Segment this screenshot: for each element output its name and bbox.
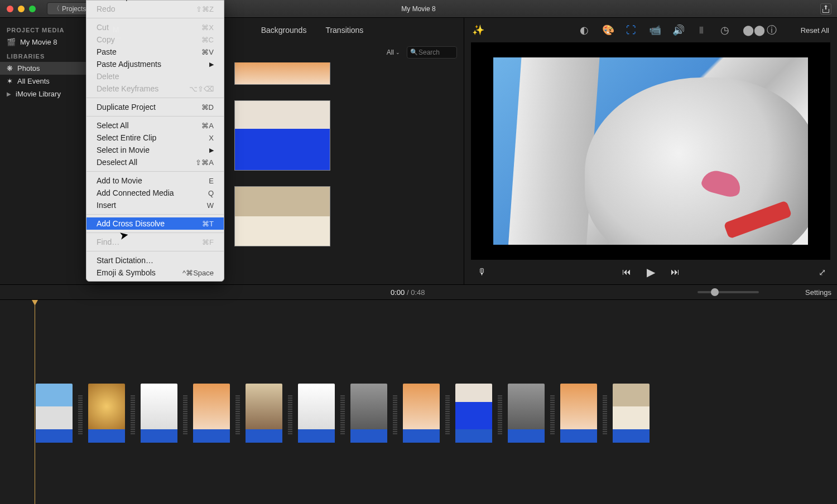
menu-item[interactable]: Deselect All⇧⌘A <box>86 156 224 168</box>
media-thumbnail[interactable] <box>234 62 330 85</box>
menu-item: Copy⌘C <box>86 33 224 46</box>
menu-item[interactable]: Start Dictation… <box>86 254 224 266</box>
timeline-settings-button[interactable]: Settings <box>805 288 831 297</box>
timeline-clip[interactable] <box>455 384 492 443</box>
info-icon[interactable]: ⓘ <box>766 23 777 37</box>
menu-item[interactable]: Emoji & Symbols^⌘Space <box>86 266 224 279</box>
menu-item: Cut⌘X <box>86 21 224 33</box>
menu-item[interactable]: Add Connected MediaQ <box>86 187 224 199</box>
menu-item: Redo⇧⌘Z <box>86 3 224 15</box>
menu-item: Find…⌘F <box>86 236 224 248</box>
timeline-clip[interactable] <box>403 384 440 443</box>
tab-transitions[interactable]: Transitions <box>324 22 364 38</box>
transition-gap[interactable] <box>131 395 135 434</box>
preview-viewer[interactable] <box>471 42 830 260</box>
timeline-clip[interactable] <box>613 384 650 443</box>
transition-gap[interactable] <box>288 395 292 434</box>
flower-icon: ❋ <box>7 64 13 72</box>
zoom-slider-knob[interactable] <box>711 288 719 296</box>
crop-icon[interactable]: ⛶ <box>626 25 637 36</box>
filter-all-dropdown[interactable]: All⌄ <box>387 49 400 56</box>
prev-clip-button[interactable]: ⏮ <box>622 267 631 277</box>
chevron-down-icon: ⌄ <box>396 50 400 55</box>
timeline[interactable] <box>0 300 837 504</box>
transition-gap[interactable] <box>498 395 502 434</box>
menu-item[interactable]: Add Cross Dissolve⌘T <box>86 217 224 230</box>
menu-item[interactable]: Select Entire ClipX <box>86 132 224 144</box>
disclosure-triangle-icon[interactable]: ▶ <box>7 91 11 97</box>
timeline-clip[interactable] <box>298 384 335 443</box>
sidebar-item-imovie-library[interactable]: ▶ iMovie Library <box>0 88 100 100</box>
back-button-label: Projects <box>62 5 86 13</box>
timeline-clip[interactable] <box>88 384 125 443</box>
sidebar-item-label: Photos <box>17 64 40 72</box>
sidebar-item-label: All Events <box>17 77 50 85</box>
transition-gap[interactable] <box>445 395 450 434</box>
zoom-slider[interactable] <box>698 291 759 293</box>
time-display: 0:00 / 0:48 <box>391 288 425 297</box>
transition-gap[interactable] <box>603 395 607 434</box>
tab-backgrounds[interactable]: Backgrounds <box>260 22 308 38</box>
libraries-header: LIBRARIES <box>0 49 100 62</box>
noise-reduction-icon[interactable]: ⫴ <box>696 25 707 36</box>
voiceover-icon[interactable]: 🎙 <box>478 267 487 277</box>
menu-item[interactable]: Add to MovieE <box>86 175 224 187</box>
transition-gap[interactable] <box>393 395 397 434</box>
timeline-clips <box>0 384 837 443</box>
timeline-clip[interactable] <box>141 384 177 443</box>
volume-icon[interactable]: 🔊 <box>672 24 684 36</box>
sidebar-project-item[interactable]: 🎬 My Movie 8 <box>0 36 100 49</box>
minimize-window-button[interactable] <box>18 6 25 12</box>
reset-all-button[interactable]: Reset All <box>801 26 829 35</box>
timeline-clip[interactable] <box>350 384 387 443</box>
timeline-clip[interactable] <box>508 384 545 443</box>
sidebar-item-label: My Movie 8 <box>20 38 57 46</box>
transition-gap[interactable] <box>78 395 83 434</box>
menu-item[interactable]: Select All⌘A <box>86 119 224 132</box>
sidebar-item-all-events[interactable]: ✶ All Events <box>0 75 100 88</box>
fullscreen-icon[interactable]: ⤢ <box>819 267 826 278</box>
stabilization-icon[interactable]: 📹 <box>649 24 660 36</box>
menu-item[interactable]: InsertW <box>86 199 224 211</box>
media-thumbnail[interactable] <box>234 100 330 171</box>
share-icon <box>822 5 829 13</box>
timeline-clip[interactable] <box>36 384 73 443</box>
clapper-icon: 🎬 <box>7 38 16 46</box>
preview-frame <box>493 57 808 245</box>
timeline-header: 0:00 / 0:48 Settings <box>0 284 837 300</box>
transition-gap[interactable] <box>550 395 555 434</box>
edit-menu[interactable]: Undo Flip Ken Burns⌘ZRedo⇧⌘ZCut⌘XCopy⌘CP… <box>86 0 224 282</box>
clip-filter-icon[interactable]: ⬤⬤ <box>743 24 754 36</box>
timeline-clip[interactable] <box>560 384 597 443</box>
playhead[interactable] <box>35 300 35 504</box>
timeline-clip[interactable] <box>193 384 230 443</box>
menu-item[interactable]: Select in Movie▶ <box>86 144 224 156</box>
current-time: 0:00 <box>391 288 405 297</box>
color-balance-icon[interactable]: ◐ <box>579 24 590 36</box>
total-time: 0:48 <box>411 288 425 297</box>
color-correction-icon[interactable]: 🎨 <box>602 24 613 36</box>
menu-item[interactable]: Duplicate Project⌘D <box>86 101 224 113</box>
timeline-clip[interactable] <box>246 384 282 443</box>
chevron-left-icon: 〈 <box>53 4 60 13</box>
next-clip-button[interactable]: ⏭ <box>671 267 680 277</box>
transition-gap[interactable] <box>183 395 187 434</box>
speed-icon[interactable]: ◷ <box>719 24 730 36</box>
menu-item[interactable]: Paste Adjustments▶ <box>86 58 224 70</box>
zoom-window-button[interactable] <box>29 6 36 12</box>
enhance-icon[interactable]: ✨ <box>472 24 483 36</box>
library-sidebar: PROJECT MEDIA 🎬 My Movie 8 LIBRARIES ❋ P… <box>0 18 100 284</box>
menu-item: Delete <box>86 70 224 83</box>
viewer-panel: ✨ ◐ 🎨 ⛶ 📹 🔊 ⫴ ◷ ⬤⬤ ⓘ Reset All 🎙 ⏮ ▶ <box>464 18 837 284</box>
transition-gap[interactable] <box>235 395 240 434</box>
viewer-toolbar: ✨ ◐ 🎨 ⛶ 📹 🔊 ⫴ ◷ ⬤⬤ ⓘ Reset All <box>464 18 837 42</box>
play-button[interactable]: ▶ <box>647 265 655 279</box>
transport-controls: 🎙 ⏮ ▶ ⏭ ⤢ <box>464 260 837 284</box>
share-button[interactable] <box>820 3 831 14</box>
transition-gap[interactable] <box>340 395 345 434</box>
menu-item: Delete Keyframes⌥⇧⌫ <box>86 83 224 95</box>
menu-item[interactable]: Paste⌘V <box>86 46 224 58</box>
close-window-button[interactable] <box>7 6 13 12</box>
sidebar-item-photos[interactable]: ❋ Photos <box>0 62 100 75</box>
media-thumbnail[interactable] <box>234 186 330 246</box>
